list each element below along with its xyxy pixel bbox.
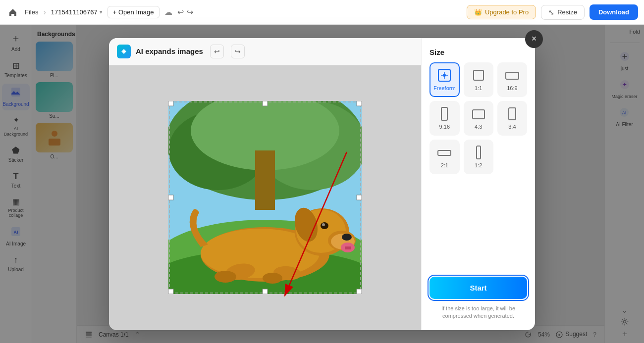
size-option-16-9[interactable]: 16:9	[497, 62, 527, 97]
svg-point-37	[322, 223, 325, 226]
ai-icon	[117, 45, 131, 58]
svg-point-57	[443, 74, 446, 77]
svg-rect-47	[357, 101, 362, 106]
freeform-shape-icon	[435, 68, 453, 82]
svg-rect-60	[441, 107, 447, 120]
size-panel-title: Size	[429, 48, 527, 56]
modal-canvas	[109, 65, 421, 330]
3-4-label: 3:4	[508, 124, 516, 130]
svg-rect-52	[168, 195, 173, 200]
redo-button[interactable]: ↪	[187, 7, 193, 17]
size-option-1-1[interactable]: 1:1	[464, 62, 493, 97]
ai-title: AI expands images	[136, 47, 203, 55]
size-option-9-16[interactable]: 9:16	[429, 101, 460, 136]
svg-point-35	[342, 234, 352, 241]
size-note: If the size is too large, it will be com…	[429, 305, 527, 320]
svg-rect-63	[438, 150, 451, 155]
svg-point-16	[123, 50, 125, 52]
undo-button[interactable]: ↩	[177, 7, 184, 17]
square-shape-icon	[470, 68, 487, 82]
open-image-button[interactable]: + Open Image	[107, 6, 160, 18]
16-9-label: 16:9	[507, 85, 517, 91]
svg-rect-62	[509, 108, 516, 120]
modal-left: AI expands images ↩ ↪	[109, 38, 421, 330]
modal-backdrop: × AI expands images ↩ ↪	[0, 25, 644, 343]
modal-redo-button[interactable]: ↪	[231, 45, 245, 58]
resize-icon: ⤡	[548, 8, 554, 16]
crown-icon: 👑	[474, 8, 482, 16]
1-1-label: 1:1	[475, 85, 482, 91]
size-option-freeform[interactable]: Freeform	[429, 62, 460, 97]
svg-rect-53	[357, 195, 362, 200]
topbar: Files › 1715411106767 ▾ + Open Image ☁ ↩…	[0, 0, 644, 25]
dog-scene-svg	[168, 101, 362, 294]
start-button[interactable]: Start	[429, 277, 527, 299]
4-3-label: 4:3	[475, 124, 482, 130]
ai-expand-modal: × AI expands images ↩ ↪	[109, 38, 535, 330]
filename-dropdown[interactable]: 1715411106767 ▾	[51, 8, 103, 16]
upgrade-to-pro-button[interactable]: 👑 Upgrade to Pro	[467, 5, 536, 19]
modal-close-button[interactable]: ×	[525, 30, 543, 48]
modal-size-panel: Size Freeform	[421, 38, 535, 330]
svg-rect-46	[168, 101, 173, 106]
size-option-3-4[interactable]: 3:4	[497, 101, 527, 136]
svg-rect-61	[473, 110, 484, 119]
svg-rect-50	[263, 101, 268, 106]
files-link[interactable]: Files	[25, 8, 38, 16]
modal-undo-button[interactable]: ↩	[210, 45, 224, 58]
9-16-label: 9:16	[439, 124, 450, 130]
svg-rect-49	[357, 289, 362, 294]
4-3-shape-icon	[470, 107, 487, 121]
svg-rect-48	[168, 289, 173, 294]
freeform-label: Freeform	[433, 85, 456, 91]
dog-image-frame	[168, 101, 362, 294]
1-2-shape-icon	[470, 146, 487, 159]
svg-rect-51	[263, 289, 268, 294]
resize-button[interactable]: ⤡ Resize	[541, 5, 585, 20]
home-button[interactable]	[6, 5, 20, 19]
size-option-1-2[interactable]: 1:2	[464, 140, 493, 174]
svg-point-43	[215, 271, 236, 283]
size-option-4-3[interactable]: 4:3	[464, 101, 493, 136]
undo-redo-group: ↩ ↪	[177, 7, 193, 17]
svg-rect-58	[474, 70, 483, 80]
3-4-shape-icon	[503, 107, 521, 121]
1-2-label: 1:2	[475, 162, 482, 168]
tall-shape-icon	[435, 107, 453, 121]
2-1-shape-icon	[435, 146, 453, 159]
size-grid: Freeform 1:1	[429, 62, 527, 174]
svg-rect-40	[345, 246, 351, 249]
modal-ai-header: AI expands images ↩ ↪	[109, 38, 421, 65]
wide-shape-icon	[503, 68, 521, 82]
size-option-2-1[interactable]: 2:1	[429, 140, 460, 174]
download-button[interactable]: Download	[590, 4, 638, 20]
svg-point-44	[263, 273, 282, 284]
cloud-sync-icon[interactable]: ☁	[164, 7, 172, 17]
svg-rect-64	[477, 146, 481, 159]
svg-rect-24	[255, 150, 275, 210]
svg-rect-59	[506, 72, 519, 79]
2-1-label: 2:1	[441, 162, 448, 168]
